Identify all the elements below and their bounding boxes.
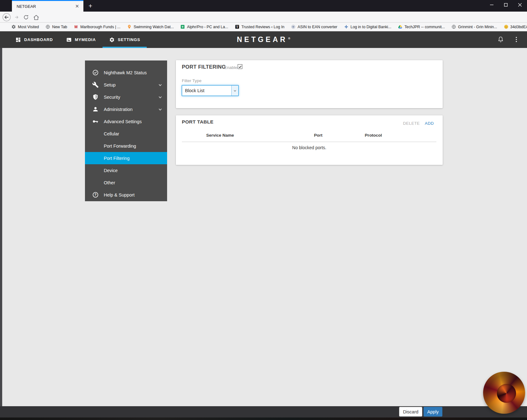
smiley-icon [504, 24, 509, 29]
filter-type-select[interactable]: Block List [182, 85, 239, 96]
add-button[interactable]: ADD [425, 121, 434, 126]
discard-button[interactable]: Discard [399, 407, 422, 417]
browser-tab-bar: NETGEAR ✕ + [0, 0, 527, 12]
bookmark-item[interactable]: Most Visited [11, 24, 39, 29]
close-tab-icon[interactable]: ✕ [74, 3, 80, 9]
bookmark-item[interactable]: Swimming Watch Dat... [127, 24, 174, 29]
apply-button[interactable]: Apply [424, 407, 442, 417]
port-filtering-title: PORT FILTERING [182, 64, 226, 70]
target-icon [291, 24, 296, 29]
bookmark-label: Most Visited [18, 25, 39, 29]
filter-type-label: Filter Type [182, 78, 202, 83]
chevron-down-icon [158, 95, 162, 99]
bookmark-label: Log in to Digital Banki... [350, 25, 391, 29]
globe-icon [45, 24, 50, 29]
letter-m-icon: M [74, 24, 78, 29]
maximize-icon[interactable] [499, 0, 513, 9]
chevron-down-icon[interactable] [231, 86, 238, 96]
map-pin-icon [127, 24, 132, 29]
minimize-icon[interactable] [485, 0, 499, 9]
question-circle-icon: ? [92, 192, 99, 198]
bookmark-label: ASIN to EAN converter [298, 25, 337, 29]
nav-mymedia[interactable]: MYMEDIA [60, 31, 103, 48]
close-window-icon[interactable] [513, 0, 527, 9]
bookmark-item[interactable]: Grinmint - Grin Minin... [451, 24, 497, 29]
bookmark-item[interactable]: New Tab [45, 24, 67, 29]
sidebar-item-advanced-settings[interactable]: Advanced Settings [85, 115, 167, 128]
sidebar-item-port-filtering[interactable]: Port Filtering [85, 152, 167, 164]
bookmark-label: Grinmint - Grin Minin... [458, 25, 497, 29]
bookmark-item[interactable]: 34d3bdEAp2s3RUB65g... [504, 24, 527, 29]
media-icon [66, 37, 72, 43]
gear-icon [11, 24, 16, 29]
kebab-menu-icon[interactable] [513, 36, 520, 44]
main-nav: DASHBOARD MYMEDIA SETTINGS [9, 31, 147, 48]
sidebar-item-label: Setup [104, 82, 116, 87]
browser-toolbar: 192.168.1.1/index.html#settings/portfilt… [0, 12, 527, 23]
nav-settings[interactable]: SETTINGS [103, 31, 147, 48]
bookmark-label: Trusted Reviews ‹ Log In [241, 25, 284, 29]
bookmark-item[interactable]: ASIN to EAN converter [291, 24, 337, 29]
browser-tab[interactable]: NETGEAR ✕ [12, 0, 83, 12]
pinwheel-icon [344, 24, 349, 29]
notifications-bell-icon[interactable] [497, 36, 505, 44]
sidebar-item-cellular[interactable]: Cellular [85, 128, 167, 140]
person-icon [92, 106, 99, 113]
sidebar-item-label: Device [104, 168, 118, 173]
window-controls [485, 0, 527, 9]
bookmark-label: TechJPR -- communit... [404, 25, 445, 29]
wrench-icon [92, 81, 99, 88]
sidebar-item-device[interactable]: Device [85, 164, 167, 176]
bookmark-item[interactable]: TechJPR -- communit... [398, 24, 445, 29]
letter-t-icon: T [235, 24, 240, 29]
sidebar-item-setup[interactable]: Setup [85, 79, 167, 91]
sidebar-item-label: Nighthawk M2 Status [104, 70, 147, 75]
desktop-edge-strip [0, 417, 527, 420]
sidebar-item-label: Administration [104, 107, 133, 112]
sidebar-item-label: Advanced Settings [104, 119, 142, 124]
forward-icon[interactable] [12, 13, 21, 22]
globe-icon [451, 24, 456, 29]
bookmark-item[interactable]: M Marlborough Funds | ... [74, 24, 120, 29]
back-icon[interactable] [2, 13, 11, 22]
sidebar-item-label: Cellular [104, 131, 119, 136]
sidebar-item-label: Help & Support [104, 192, 134, 197]
home-icon[interactable] [31, 13, 41, 22]
gear-icon [109, 37, 115, 43]
sidebar-item-help-support[interactable]: ? Help & Support [85, 189, 167, 201]
sidebar-item-nighthawk-m2-status[interactable]: Nighthawk M2 Status [85, 66, 167, 79]
new-tab-button[interactable]: + [86, 1, 95, 10]
nav-label: SETTINGS [118, 37, 140, 42]
sidebar-item-label: Other [104, 180, 115, 185]
grid-icon [15, 37, 21, 43]
column-header: Service Name [206, 133, 234, 138]
tab-title: NETGEAR [17, 4, 74, 9]
sidebar-item-security[interactable]: Security [85, 91, 167, 103]
nav-dashboard[interactable]: DASHBOARD [9, 31, 60, 48]
nav-label: DASHBOARD [24, 37, 53, 42]
port-table-title: PORT TABLE [182, 119, 213, 125]
site-header: DASHBOARD MYMEDIA SETTINGS NETGEAR® [0, 31, 527, 48]
svg-text:T: T [236, 25, 238, 29]
bookmark-label: New Tab [52, 25, 67, 29]
enable-label: Enable [224, 65, 237, 70]
firefox-swirl-logo [483, 372, 525, 414]
bookmark-label: Alphr/Pro - PC and La... [187, 25, 228, 29]
bookmark-item[interactable]: Alphr/Pro - PC and La... [180, 24, 228, 29]
reload-icon[interactable] [21, 13, 31, 22]
sidebar-item-other[interactable]: Other [85, 176, 167, 189]
column-header: Protocol [365, 133, 382, 138]
bookmarks-bar: Most Visited New Tab M Marlborough Funds… [0, 23, 527, 31]
table-divider [182, 142, 436, 142]
enable-checkbox[interactable] [238, 64, 242, 69]
bookmark-item[interactable]: Log in to Digital Banki... [344, 24, 391, 29]
filter-type-value: Block List [182, 86, 231, 96]
bookmark-item[interactable]: T Trusted Reviews ‹ Log In [235, 24, 284, 29]
bookmark-label: Marlborough Funds | ... [80, 25, 120, 29]
empty-table-message: No blocked ports. [176, 145, 443, 150]
sidebar-item-administration[interactable]: Administration [85, 103, 167, 115]
sidebar-item-port-forwarding[interactable]: Port Forwarding [85, 140, 167, 152]
settings-sidebar: Nighthawk M2 Status Setup Security Admin… [85, 60, 167, 201]
port-table-actions: DELETE ADD [403, 121, 434, 126]
delete-button[interactable]: DELETE [403, 121, 420, 126]
